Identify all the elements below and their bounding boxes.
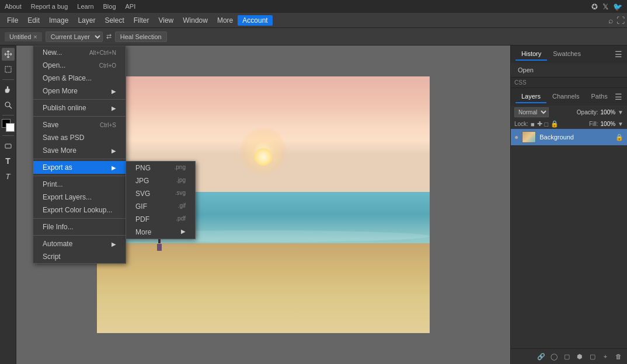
fill-value[interactable]: 100% xyxy=(601,121,616,127)
menu-item-export-layers[interactable]: Export Layers... xyxy=(33,191,126,204)
nav-about[interactable]: About xyxy=(5,3,22,10)
menu-item-export-as[interactable]: Export as ▶ PNG.png JPG.jpg SVG.svg GIF.… xyxy=(33,161,126,174)
menu-item-open-more[interactable]: Open More▶ xyxy=(33,85,126,97)
zoom-tool[interactable] xyxy=(2,99,15,111)
tab-paths[interactable]: Paths xyxy=(586,90,614,103)
layer-visibility-icon[interactable]: ● xyxy=(514,133,518,141)
svg-rect-0 xyxy=(5,66,11,72)
menu-item-file-info[interactable]: File Info... xyxy=(33,220,126,233)
layer-item-background[interactable]: ● Background 🔒 xyxy=(511,129,627,145)
separator-5 xyxy=(33,218,126,219)
menu-edit[interactable]: Edit xyxy=(23,15,44,26)
layer-select[interactable]: Current Layer xyxy=(46,32,103,42)
add-group-button[interactable]: ▢ xyxy=(587,351,598,362)
menu-item-save-more[interactable]: Save More▶ xyxy=(33,144,126,157)
export-pdf[interactable]: PDF.pdf xyxy=(126,213,195,226)
twitter-icon[interactable]: 𝕏 xyxy=(602,2,608,11)
menu-item-save[interactable]: SaveCtrl+S xyxy=(33,118,126,131)
social-icons: ✪ 𝕏 🐦 xyxy=(591,2,622,11)
link-layers-button[interactable]: 🔗 xyxy=(536,351,546,362)
document-tab[interactable]: Untitled × xyxy=(5,32,42,41)
export-jpg[interactable]: JPG.jpg xyxy=(126,174,195,187)
menu-layer[interactable]: Layer xyxy=(73,15,100,26)
layers-panel-menu[interactable]: ☰ xyxy=(615,92,622,102)
menu-script-label: Script xyxy=(43,253,61,261)
hand-tool[interactable] xyxy=(2,83,15,96)
nav-api[interactable]: API xyxy=(126,3,136,10)
menu-item-automate[interactable]: Automate▶ xyxy=(33,237,126,250)
select-tool[interactable] xyxy=(2,63,15,76)
layers-panel-header: Layers Channels Paths ☰ xyxy=(511,88,627,106)
menu-item-print[interactable]: Print... xyxy=(33,178,126,191)
search-icon[interactable]: ⌕ xyxy=(608,16,613,25)
lock-all-icon[interactable]: 🔒 xyxy=(551,120,559,128)
shape-tool[interactable] xyxy=(2,139,15,152)
menu-item-open[interactable]: Open...Ctrl+O xyxy=(33,59,126,72)
nav-report-bug[interactable]: Report a bug xyxy=(31,3,68,10)
history-panel-content: Open xyxy=(511,63,627,77)
opacity-value[interactable]: 100% xyxy=(601,109,616,116)
publish-arrow: ▶ xyxy=(112,105,116,111)
nav-blog[interactable]: Blog xyxy=(103,3,116,10)
new-shortcut: Alt+Ctrl+N xyxy=(89,50,116,56)
canvas-area: New...Alt+Ctrl+N Open...Ctrl+O Open & Pl… xyxy=(16,46,510,364)
layer-style-button[interactable]: ◯ xyxy=(549,351,559,362)
background-color[interactable] xyxy=(6,123,15,132)
menu-item-new[interactable]: New...Alt+Ctrl+N xyxy=(33,46,126,59)
menu-export-as-label: Export as xyxy=(43,163,72,172)
export-pdf-label: PDF xyxy=(135,215,149,223)
history-item-open[interactable]: Open xyxy=(515,65,622,75)
history-panel-menu[interactable]: ☰ xyxy=(615,50,622,59)
lock-position-icon[interactable]: ✚ xyxy=(537,120,542,128)
text-tool-2[interactable]: T xyxy=(2,170,15,183)
menu-image[interactable]: Image xyxy=(44,15,73,26)
export-gif-ext: .gif xyxy=(178,202,186,211)
menu-item-open-place[interactable]: Open & Place... xyxy=(33,72,126,85)
blend-mode-select[interactable]: Normal xyxy=(514,107,549,117)
tab-history[interactable]: History xyxy=(515,48,547,61)
menu-account[interactable]: Account xyxy=(238,15,272,26)
menu-select[interactable]: Select xyxy=(100,15,128,26)
opacity-dropdown-icon[interactable]: ▼ xyxy=(618,109,623,116)
menu-open-label: Open... xyxy=(43,61,65,69)
adjustment-button[interactable]: ⬢ xyxy=(574,351,585,362)
move-tool[interactable] xyxy=(2,48,15,61)
reddit-icon[interactable]: ✪ xyxy=(591,2,598,11)
menu-window[interactable]: Window xyxy=(178,15,213,26)
menu-view[interactable]: View xyxy=(154,15,178,26)
text-tool[interactable]: T xyxy=(2,155,15,167)
menu-item-export-color[interactable]: Export Color Lookup... xyxy=(33,204,126,216)
fill-dropdown-icon[interactable]: ▼ xyxy=(618,121,623,127)
menu-more[interactable]: More xyxy=(213,15,238,26)
export-png[interactable]: PNG.png xyxy=(126,162,195,174)
add-mask-button[interactable]: ▢ xyxy=(562,351,572,362)
heal-selection-button[interactable]: Heal Selection xyxy=(115,32,167,42)
menu-file[interactable]: File xyxy=(2,15,23,26)
delete-layer-button[interactable]: 🗑 xyxy=(613,351,623,362)
svg-line-2 xyxy=(9,106,12,108)
menu-filter[interactable]: Filter xyxy=(129,15,154,26)
tab-close-button[interactable]: × xyxy=(33,33,37,40)
layers-panel-section: Layers Channels Paths ☰ Normal Opacity: … xyxy=(511,88,627,349)
lock-pixels-icon[interactable]: ■ xyxy=(531,121,535,128)
export-jpg-ext: .jpg xyxy=(176,177,186,185)
tab-swatches[interactable]: Swatches xyxy=(547,48,587,61)
color-swatch[interactable] xyxy=(2,119,15,132)
sun-core xyxy=(255,148,272,166)
add-layer-button[interactable]: + xyxy=(600,351,611,362)
tab-layers[interactable]: Layers xyxy=(515,90,546,103)
menu-item-save-psd[interactable]: Save as PSD xyxy=(33,131,126,144)
tab-channels[interactable]: Channels xyxy=(546,90,585,103)
lock-artboards-icon[interactable]: □ xyxy=(545,121,549,128)
expand-icon[interactable]: ⛶ xyxy=(616,16,625,25)
menu-item-publish[interactable]: Publish online▶ xyxy=(33,102,126,114)
menu-file-info-label: File Info... xyxy=(43,223,74,231)
menu-open-more-label: Open More xyxy=(43,87,78,95)
facebook-icon[interactable]: 🐦 xyxy=(613,2,622,11)
export-gif[interactable]: GIF.gif xyxy=(126,200,195,213)
menu-item-script[interactable]: Script xyxy=(33,250,126,263)
nav-learn[interactable]: Learn xyxy=(77,3,93,10)
export-svg[interactable]: SVG.svg xyxy=(126,187,195,200)
layer-thumbnail xyxy=(522,131,536,143)
export-more[interactable]: More▶ xyxy=(126,226,195,239)
